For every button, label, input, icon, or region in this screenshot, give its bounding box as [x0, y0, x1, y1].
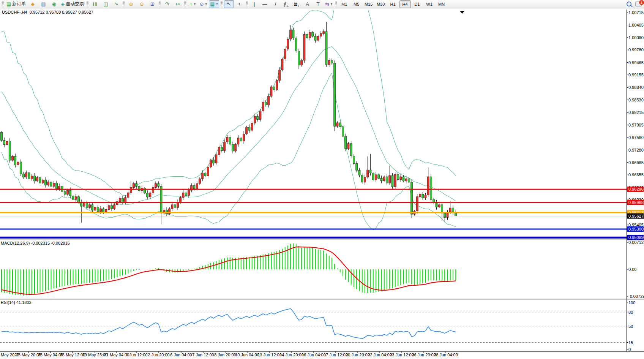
- label-tool-button[interactable]: T: [313, 0, 323, 8]
- time-tick-label: 7 Jun 12:00: [192, 353, 214, 357]
- tf-d1[interactable]: D1: [412, 0, 423, 8]
- time-tick-label: 25 May 04:00: [38, 353, 63, 357]
- zoom-in-icon: ⊕: [129, 2, 133, 7]
- horizontal-line-button[interactable]: —: [260, 0, 270, 8]
- search-icon[interactable]: [627, 2, 631, 6]
- toolbar-grip[interactable]: [123, 1, 125, 7]
- candle-chart-button[interactable]: ◫: [101, 0, 110, 8]
- time-tick-label: 1 Jun 12:00: [126, 353, 148, 357]
- community-button[interactable]: ◉: [49, 0, 59, 8]
- tf-m1-label: M1: [341, 2, 347, 6]
- time-tick-label: 8 Jun 20:00: [214, 353, 236, 357]
- trendline-button[interactable]: /: [271, 0, 281, 8]
- tf-m30[interactable]: M30: [375, 0, 387, 8]
- time-tick-label: 17 Jun 12:00: [324, 353, 348, 357]
- new-order-icon: ▤: [6, 2, 11, 7]
- toolbar-grip[interactable]: [221, 1, 223, 7]
- new-order-button[interactable]: ▤新订单: [5, 0, 27, 8]
- indicators-icon: +: [189, 2, 193, 7]
- price-tick-label: 0.97905: [628, 123, 644, 127]
- price-tick-label: 0.98840: [628, 85, 644, 90]
- time-tick-label: 26 May 12:00: [60, 353, 85, 357]
- price-tick-label: 1.00715: [628, 10, 644, 15]
- equidistant-channel-letter: E: [287, 4, 289, 8]
- tf-h1-label: H1: [390, 2, 396, 6]
- bollinger-bands: [2, 8, 456, 230]
- current-price-price-text: 0.95627: [628, 214, 644, 218]
- zoom-out-button[interactable]: ⊖: [137, 0, 147, 8]
- time-axis[interactable]: May 202223 May 20:0025 May 04:0026 May 1…: [1, 351, 458, 357]
- market-watch-button[interactable]: ▥: [38, 0, 48, 8]
- zoom-out-icon: ⊖: [140, 2, 144, 7]
- time-tick-label: 23 May 20:00: [16, 353, 41, 357]
- line-chart-button[interactable]: ∿: [111, 0, 121, 8]
- support-upper-price-text: 0.95300: [628, 227, 644, 231]
- text-tool-button[interactable]: A: [303, 0, 313, 8]
- time-tick-label: 26 Jun 23:00: [412, 353, 436, 357]
- tf-m5-label: M5: [354, 2, 359, 6]
- price-axis[interactable]: 1.007151.004051.000900.997800.994650.991…: [627, 10, 644, 352]
- triangle-down-icon[interactable]: [460, 11, 464, 14]
- price-tick-label: 0.99465: [628, 60, 644, 65]
- time-tick-label: 22 Jun 04:00: [368, 353, 392, 357]
- styler-icon: ◆: [31, 2, 35, 7]
- equidistant-channel-button[interactable]: ∥E: [281, 0, 291, 8]
- chart-shift-button[interactable]: ↦: [173, 0, 183, 8]
- tf-h4[interactable]: H4: [399, 0, 411, 8]
- notifications-icon[interactable]: 1: [635, 2, 642, 6]
- cursor-icon: ↖: [227, 2, 231, 7]
- zoom-in-button[interactable]: ⊕: [126, 0, 136, 8]
- new-order-label: 新订单: [12, 1, 26, 7]
- cursor-button[interactable]: ↖: [224, 0, 234, 8]
- time-tick-label: 20 Jun 20:00: [346, 353, 370, 357]
- fibonacci-icon: ≣: [294, 2, 298, 7]
- arrows-tool-button[interactable]: ⇆▾: [324, 0, 334, 8]
- candle-chart-icon: ◫: [103, 2, 108, 7]
- toolbar-grip[interactable]: [2, 1, 4, 7]
- bar-chart-button[interactable]: ☰: [90, 0, 100, 8]
- vertical-line-button[interactable]: |: [249, 0, 259, 8]
- price-tick-label: 0.97590: [628, 135, 644, 140]
- time-tick-label: 28 Jun 04:00: [434, 353, 458, 357]
- rsi-axis-label: 100: [628, 300, 635, 305]
- fibonacci-button[interactable]: ≣F: [292, 0, 302, 8]
- macd-axis-label: -0.00729: [628, 294, 644, 299]
- market-watch-icon: ▥: [41, 2, 46, 7]
- templates-icon: ▦: [210, 2, 215, 7]
- tf-m1[interactable]: M1: [339, 0, 350, 8]
- chevron-down-icon: ▾: [194, 2, 196, 6]
- tf-w1-label: W1: [426, 2, 432, 6]
- tf-m15[interactable]: M15: [363, 0, 374, 8]
- price-tick-label: 1.00090: [628, 35, 644, 40]
- templates-button[interactable]: ▦▾: [209, 0, 219, 8]
- time-tick-label: 13 Jun 12:00: [257, 353, 282, 357]
- price-tick-label: 0.99155: [628, 73, 644, 77]
- tile-windows-button[interactable]: ⊞: [147, 0, 157, 8]
- label-tool-icon: T: [317, 2, 320, 7]
- indicators-button[interactable]: +▾: [188, 0, 197, 8]
- toolbar-grip[interactable]: [184, 1, 186, 7]
- chart-canvas[interactable]: 1.007151.004051.000900.997800.994650.991…: [0, 8, 644, 359]
- toolbar-grip[interactable]: [159, 1, 161, 7]
- rsi-axis-label: 80: [628, 310, 633, 315]
- time-tick-label: 10 Jun 04:00: [235, 353, 259, 357]
- rsi-pane: [0, 309, 627, 343]
- toolbar-grip[interactable]: [87, 1, 88, 7]
- text-tool-icon: A: [306, 2, 309, 7]
- price-tick-label: 0.98530: [628, 98, 644, 102]
- tf-h1[interactable]: H1: [387, 0, 399, 8]
- auto-trading-button[interactable]: ◈自动交易: [60, 0, 85, 8]
- toolbar-grip[interactable]: [246, 1, 248, 7]
- tf-m5[interactable]: M5: [351, 0, 362, 8]
- periods-button[interactable]: ⊙▾: [198, 0, 208, 8]
- styler-button[interactable]: ◆: [28, 0, 38, 8]
- chevron-down-icon: ▾: [331, 2, 332, 6]
- price-tick-label: 0.96655: [628, 172, 644, 177]
- toolbar-grip[interactable]: [335, 1, 337, 7]
- time-tick-label: 23 Jun 12:00: [390, 353, 414, 357]
- tf-mn[interactable]: MN: [436, 0, 447, 8]
- tf-w1[interactable]: W1: [424, 0, 435, 8]
- auto-scroll-button[interactable]: ↷: [162, 0, 172, 8]
- time-tick-label: 2 Jun 20:00: [148, 353, 170, 357]
- crosshair-button[interactable]: +: [235, 0, 245, 8]
